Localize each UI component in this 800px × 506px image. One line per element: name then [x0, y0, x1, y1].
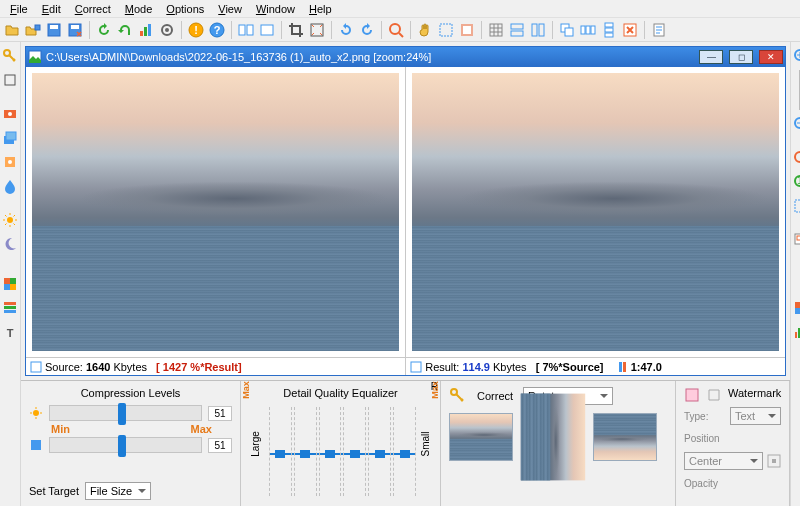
zoom-100-icon[interactable]: 1	[791, 172, 800, 192]
rotate-option-180[interactable]	[593, 413, 657, 461]
select-icon[interactable]	[436, 20, 456, 40]
nav-icon[interactable]	[791, 230, 800, 250]
menu-edit[interactable]: Edit	[35, 2, 68, 16]
eq-band-4[interactable]	[343, 407, 366, 496]
eq-band-6[interactable]	[393, 407, 416, 496]
eq-band-5[interactable]	[368, 407, 391, 496]
wm-position-label: Position	[684, 433, 726, 444]
zoom-in-icon[interactable]	[791, 46, 800, 66]
target-mode-dropdown[interactable]: File Size	[85, 482, 151, 500]
histogram-icon[interactable]	[791, 322, 800, 342]
menu-options[interactable]: Options	[159, 2, 211, 16]
fit-icon[interactable]	[307, 20, 327, 40]
palette-icon[interactable]	[0, 274, 20, 294]
rotate-left-icon[interactable]	[336, 20, 356, 40]
window-titlebar[interactable]: C:\Users\ADMIN\Downloads\2022-06-15_1637…	[26, 47, 785, 67]
red-eye-icon[interactable]	[0, 104, 20, 124]
tile-h-icon[interactable]	[507, 20, 527, 40]
cascade-icon[interactable]	[557, 20, 577, 40]
grid-icon[interactable]	[486, 20, 506, 40]
text-icon[interactable]: T	[0, 322, 20, 342]
mask-icon[interactable]	[457, 20, 477, 40]
menu-view[interactable]: View	[211, 2, 249, 16]
open-icon[interactable]	[2, 20, 22, 40]
large-label: Large	[250, 431, 261, 457]
menu-file[interactable]: File	[3, 2, 35, 16]
maximize-button[interactable]: ◻	[729, 50, 753, 64]
watermark-icon-1[interactable]	[684, 387, 700, 403]
svg-rect-70	[795, 200, 800, 212]
source-canvas[interactable]	[26, 67, 405, 357]
bars-icon[interactable]	[0, 298, 20, 318]
svg-rect-73	[795, 302, 800, 308]
eq-band-1[interactable]	[269, 407, 292, 496]
hand-icon[interactable]	[415, 20, 435, 40]
svg-point-9	[165, 28, 169, 32]
equalizer-title: Detail Quality Equalizer	[249, 387, 432, 399]
dual-view-icon[interactable]	[236, 20, 256, 40]
svg-rect-4	[71, 25, 79, 29]
minimize-button[interactable]: —	[699, 50, 723, 64]
wm-position-icon[interactable]	[767, 454, 781, 468]
stamp-icon[interactable]	[0, 152, 20, 172]
undo-icon[interactable]	[115, 20, 135, 40]
rotate-right-icon[interactable]	[357, 20, 377, 40]
svg-rect-48	[4, 284, 10, 290]
layers-icon[interactable]	[0, 128, 20, 148]
zoom-1-icon[interactable]	[386, 20, 406, 40]
eq-band-3[interactable]	[319, 407, 342, 496]
svg-point-44	[8, 160, 12, 164]
menu-window[interactable]: Window	[249, 2, 302, 16]
quality-slider-1[interactable]	[49, 405, 202, 421]
watermark-icon-2[interactable]	[706, 387, 722, 403]
open-multi-icon[interactable]	[23, 20, 43, 40]
sun-icon[interactable]	[0, 210, 20, 230]
crop-icon[interactable]	[286, 20, 306, 40]
info-icon[interactable]: ?	[207, 20, 227, 40]
menu-mode[interactable]: Mode	[118, 2, 160, 16]
water-icon[interactable]	[0, 176, 20, 196]
svg-rect-38	[5, 75, 15, 85]
svg-text:?: ?	[214, 24, 221, 36]
image-window: C:\Users\ADMIN\Downloads\2022-06-15_1637…	[25, 46, 786, 376]
zoom-fit-icon[interactable]	[791, 148, 800, 168]
moon-icon[interactable]	[0, 234, 20, 254]
zoom-sel-icon[interactable]	[791, 196, 800, 216]
arrange-h-icon[interactable]	[578, 20, 598, 40]
settings-icon[interactable]	[157, 20, 177, 40]
save-icon[interactable]	[44, 20, 64, 40]
color-sample-icon[interactable]	[791, 298, 800, 318]
single-view-icon[interactable]	[257, 20, 277, 40]
crop2-icon[interactable]	[0, 70, 20, 90]
source-label: Source:	[45, 361, 83, 373]
svg-rect-0	[35, 25, 40, 30]
arrange-v-icon[interactable]	[599, 20, 619, 40]
result-canvas[interactable]	[406, 67, 785, 357]
svg-rect-28	[565, 28, 573, 36]
wm-position-dropdown[interactable]: Center	[684, 452, 763, 470]
wm-type-dropdown[interactable]: Text	[730, 407, 781, 425]
quality-slider-2[interactable]	[49, 437, 202, 453]
result-status: Result: 114.9 Kbytes [ 7%*Source] 1:47.0	[406, 357, 785, 375]
tile-v-icon[interactable]	[528, 20, 548, 40]
rotate-option-0[interactable]	[449, 413, 513, 461]
wm-opacity-label: Opacity	[684, 478, 726, 489]
menu-correct[interactable]: Correct	[68, 2, 118, 16]
ratio-icon	[616, 361, 628, 373]
zoom-out-icon[interactable]	[791, 114, 800, 134]
reload-icon[interactable]	[94, 20, 114, 40]
script-icon[interactable]	[649, 20, 669, 40]
help-icon[interactable]: !	[186, 20, 206, 40]
close-all-icon[interactable]	[620, 20, 640, 40]
chart-icon[interactable]	[136, 20, 156, 40]
quality-value-1[interactable]: 51	[208, 406, 232, 421]
svg-rect-23	[511, 24, 523, 29]
svg-point-67	[795, 152, 800, 162]
save-as-icon[interactable]	[65, 20, 85, 40]
menu-help[interactable]: Help	[302, 2, 339, 16]
key-icon[interactable]	[0, 46, 20, 66]
close-button[interactable]: ✕	[759, 50, 783, 64]
eq-band-2[interactable]	[294, 407, 317, 496]
quality-value-2[interactable]: 51	[208, 438, 232, 453]
rotate-option-90[interactable]	[521, 413, 585, 461]
